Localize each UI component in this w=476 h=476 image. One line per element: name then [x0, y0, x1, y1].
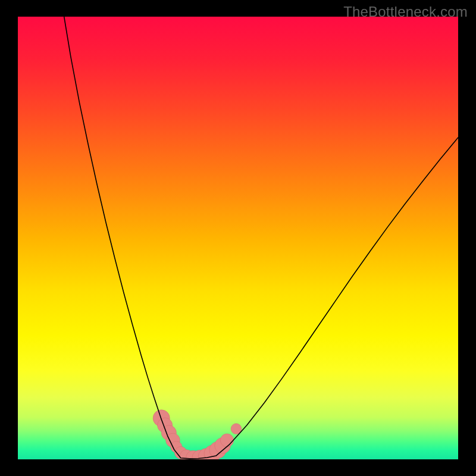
chart-svg: [18, 17, 458, 459]
watermark-text: TheBottleneck.com: [343, 4, 468, 20]
outer-frame: TheBottleneck.com: [0, 0, 476, 476]
marker-point: [220, 434, 233, 447]
gradient-background: [18, 17, 458, 459]
plot-area: [18, 17, 458, 459]
